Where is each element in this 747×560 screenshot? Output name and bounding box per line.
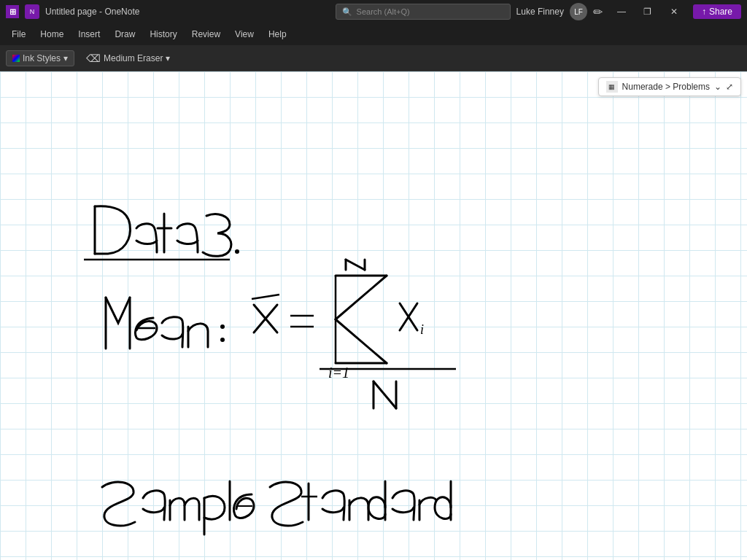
menu-insert[interactable]: Insert (72, 26, 106, 42)
eraser-label: Medium Eraser (104, 53, 163, 63)
menu-file[interactable]: File (6, 26, 31, 42)
share-label: Share (709, 7, 732, 17)
windows-icon: ⊞ (6, 5, 19, 18)
svg-point-0 (235, 249, 239, 254)
titlebar: ⊞ N Untitled page - OneNote 🔍 Search (Al… (0, 0, 747, 23)
eraser-dropdown-icon: ▾ (166, 53, 170, 63)
share-icon: ↑ (702, 7, 706, 17)
window-title: Untitled page - OneNote (45, 7, 330, 17)
menu-history[interactable]: History (144, 26, 182, 42)
user-name: Luke Finney (516, 7, 564, 17)
numerade-panel[interactable]: ▦ Numerade > Problems ⌄ ⤢ (598, 77, 741, 96)
eraser-icon: ⌫ (86, 52, 101, 64)
svg-text:i=1: i=1 (328, 365, 349, 381)
search-box[interactable]: 🔍 Search (Alt+Q) (336, 4, 511, 20)
menubar: File Home Insert Draw History Review Vie… (0, 23, 747, 45)
menu-draw[interactable]: Draw (109, 26, 141, 42)
pen-icon[interactable]: ✏ (593, 5, 603, 19)
menu-home[interactable]: Home (34, 26, 69, 42)
numerade-label: Numerade > Problems (622, 82, 710, 92)
canvas-area[interactable]: ▦ Numerade > Problems ⌄ ⤢ (0, 71, 747, 560)
numerade-chevron: ⌄ (714, 82, 721, 92)
ink-styles-label: Ink Styles (23, 53, 61, 63)
maximize-button[interactable]: ❐ (635, 0, 661, 23)
toolbar: Ink Styles ▾ ⌫ Medium Eraser ▾ (0, 45, 747, 71)
eraser-button[interactable]: ⌫ Medium Eraser ▾ (80, 50, 176, 66)
menu-review[interactable]: Review (186, 26, 226, 42)
search-placeholder: Search (Alt+Q) (357, 7, 410, 16)
ink-styles-button[interactable]: Ink Styles ▾ (6, 50, 74, 66)
ink-styles-dropdown-icon: ▾ (63, 53, 68, 63)
search-icon: 🔍 (342, 7, 352, 17)
menu-view[interactable]: View (229, 26, 260, 42)
user-area: Luke Finney LF (516, 3, 587, 20)
window-controls: — ❐ ✕ (608, 0, 687, 23)
numerade-expand-icon[interactable]: ⤢ (726, 82, 733, 92)
user-avatar[interactable]: LF (570, 3, 587, 20)
share-button[interactable]: ↑ Share (693, 4, 741, 19)
svg-line-4 (252, 295, 279, 299)
menu-help[interactable]: Help (263, 26, 293, 42)
handwriting-canvas: i=1 i (0, 71, 747, 560)
svg-point-3 (220, 338, 225, 342)
numerade-icon: ▦ (606, 81, 618, 93)
ink-styles-icon (12, 55, 20, 62)
minimize-button[interactable]: — (608, 0, 635, 23)
svg-point-2 (220, 324, 225, 329)
onenote-icon: N (25, 4, 39, 19)
svg-text:i: i (420, 322, 424, 337)
close-button[interactable]: ✕ (661, 0, 687, 23)
